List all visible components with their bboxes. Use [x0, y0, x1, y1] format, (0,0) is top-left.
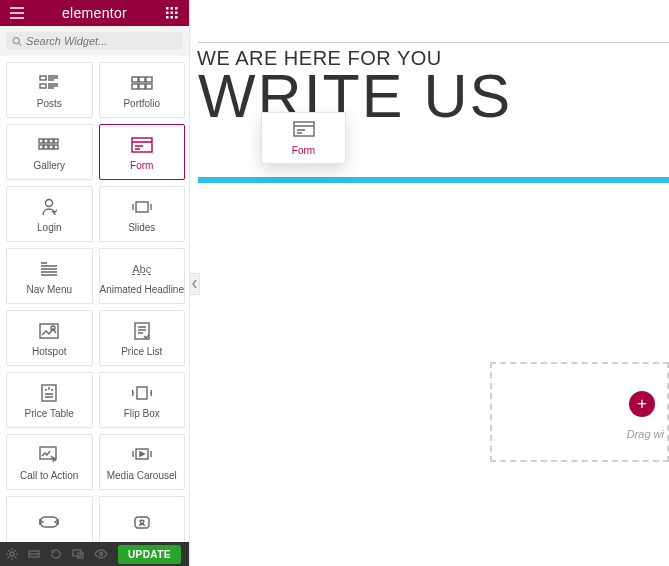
call-to-action-icon — [39, 444, 59, 466]
widget-extra-2[interactable] — [99, 496, 186, 542]
widget-label: Nav Menu — [26, 284, 72, 295]
svg-rect-24 — [49, 145, 53, 149]
widget-posts[interactable]: Posts — [6, 62, 93, 118]
svg-rect-25 — [54, 145, 58, 149]
collapse-sidebar-button[interactable] — [190, 273, 200, 295]
svg-rect-0 — [166, 7, 169, 10]
svg-rect-13 — [139, 77, 145, 82]
widget-label: Gallery — [33, 160, 65, 171]
widget-login[interactable]: Login — [6, 186, 93, 242]
drop-zone[interactable]: + Drag wi — [490, 362, 669, 462]
elementor-sidebar: elementor PostsPortfolioGalleryFormLogin… — [0, 0, 190, 566]
search-icon — [12, 36, 22, 47]
editor-canvas[interactable]: WE ARE HERE FOR YOU WRITE US + Drag wi — [190, 0, 669, 566]
svg-rect-21 — [54, 139, 58, 143]
svg-rect-41 — [294, 122, 314, 136]
svg-rect-28 — [136, 202, 148, 212]
svg-rect-16 — [139, 84, 145, 89]
svg-rect-11 — [40, 84, 46, 88]
widget-label: Hotspot — [32, 346, 66, 357]
brand-logo: elementor — [62, 5, 127, 21]
widget-label: Slides — [128, 222, 155, 233]
apps-grid-icon[interactable] — [161, 2, 183, 24]
widget-label: Flip Box — [124, 408, 160, 419]
settings-icon[interactable] — [6, 544, 18, 564]
widget-price-table[interactable]: Price Table — [6, 372, 93, 428]
price-list-icon — [134, 320, 150, 342]
posts-icon — [39, 72, 59, 94]
portfolio-icon — [131, 72, 153, 94]
svg-rect-2 — [175, 7, 178, 10]
svg-rect-7 — [171, 16, 174, 19]
svg-rect-10 — [40, 76, 46, 80]
extra-1-icon — [39, 511, 59, 533]
svg-rect-8 — [175, 16, 178, 19]
flip-box-icon — [132, 382, 152, 404]
widget-label: Form — [130, 160, 153, 171]
widget-hotspot[interactable]: Hotspot — [6, 310, 93, 366]
sidebar-header: elementor — [0, 0, 189, 26]
svg-point-40 — [100, 553, 103, 556]
svg-rect-12 — [132, 77, 138, 82]
search-wrap[interactable] — [6, 32, 183, 50]
hotspot-icon — [39, 320, 59, 342]
svg-point-36 — [10, 552, 14, 556]
preview-icon[interactable] — [94, 544, 108, 564]
svg-rect-1 — [171, 7, 174, 10]
widget-label: Price Table — [25, 408, 74, 419]
widget-price-list[interactable]: Price List — [99, 310, 186, 366]
svg-rect-19 — [44, 139, 48, 143]
navigator-icon[interactable] — [28, 544, 40, 564]
widget-call-to-action[interactable]: Call to Action — [6, 434, 93, 490]
add-section-button[interactable]: + — [629, 391, 655, 417]
svg-rect-6 — [166, 16, 169, 19]
widget-label: Call to Action — [20, 470, 78, 481]
svg-point-27 — [46, 199, 53, 206]
extra-2-icon — [132, 511, 152, 533]
dragged-widget-preview: Form — [261, 112, 346, 164]
svg-rect-3 — [166, 12, 169, 15]
widget-label: Portfolio — [123, 98, 160, 109]
widget-extra-1[interactable] — [6, 496, 93, 542]
form-icon — [131, 134, 153, 156]
dropzone-hint: Drag wi — [627, 428, 664, 440]
dragged-label: Form — [292, 145, 315, 156]
svg-rect-20 — [49, 139, 53, 143]
widget-label: Price List — [121, 346, 162, 357]
search-row — [0, 26, 189, 56]
svg-rect-15 — [132, 84, 138, 89]
history-icon[interactable] — [50, 544, 62, 564]
svg-rect-33 — [137, 387, 147, 399]
responsive-icon[interactable] — [72, 544, 84, 564]
widget-portfolio[interactable]: Portfolio — [99, 62, 186, 118]
widgets-panel[interactable]: PostsPortfolioGalleryFormLoginSlidesNav … — [0, 56, 189, 542]
svg-rect-4 — [171, 12, 174, 15]
widget-gallery[interactable]: Gallery — [6, 124, 93, 180]
svg-rect-23 — [44, 145, 48, 149]
form-icon — [293, 121, 315, 141]
svg-rect-5 — [175, 12, 178, 15]
hamburger-icon[interactable] — [6, 2, 28, 24]
slides-icon — [131, 196, 153, 218]
svg-rect-14 — [146, 77, 152, 82]
widget-form[interactable]: Form — [99, 124, 186, 180]
widget-label: Posts — [37, 98, 62, 109]
widget-flip-box[interactable]: Flip Box — [99, 372, 186, 428]
svg-point-9 — [13, 37, 19, 43]
media-carousel-icon — [131, 444, 153, 466]
update-button[interactable]: UPDATE — [118, 545, 181, 564]
accent-underline — [198, 177, 669, 183]
animated-headline-icon: Abc — [132, 258, 151, 280]
price-table-icon — [41, 382, 57, 404]
widget-nav-menu[interactable]: Nav Menu — [6, 248, 93, 304]
gallery-icon — [38, 134, 60, 156]
bottom-bar: UPDATE — [0, 542, 189, 566]
svg-rect-26 — [132, 138, 152, 152]
widget-media-carousel[interactable]: Media Carousel — [99, 434, 186, 490]
widget-label: Media Carousel — [107, 470, 177, 481]
svg-rect-18 — [39, 139, 43, 143]
search-input[interactable] — [26, 35, 177, 47]
widget-slides[interactable]: Slides — [99, 186, 186, 242]
svg-rect-22 — [39, 145, 43, 149]
widget-animated-headline[interactable]: AbcAnimated Headline — [99, 248, 186, 304]
